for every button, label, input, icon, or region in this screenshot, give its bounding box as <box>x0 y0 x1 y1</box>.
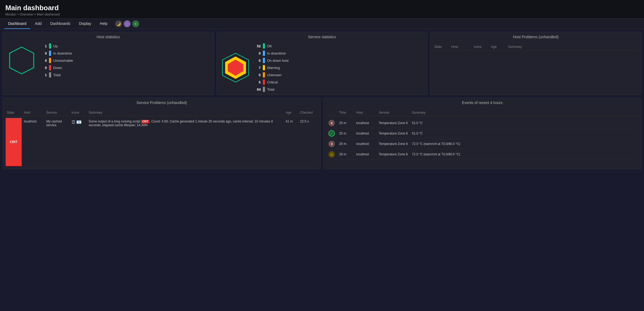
service-problems-panel: Service Problems (unhandled) State Host … <box>3 98 321 169</box>
sp-host: localhost <box>23 118 44 125</box>
crit-inline-badge: CRIT <box>141 120 149 123</box>
unknown-dot <box>263 72 265 78</box>
event-row-2: ✓ 25 m localhost Temperature Zone 8 51.0… <box>326 128 638 139</box>
ev-summary-3: 72.0 °C (warn/crit at 70.0/80.0 °C) <box>411 140 638 147</box>
service-stats-title: Service statistics <box>219 35 425 41</box>
svc-stat-warning: 7 Warning <box>257 65 289 70</box>
svc-stat-ok: 52 OK <box>257 43 289 49</box>
event-row-1: 🔇 25 m localhost Temperature Zone 8 51.0… <box>326 118 638 128</box>
ev-host-3: localhost <box>355 140 377 147</box>
sp-col-icons: Icons <box>70 110 86 115</box>
host-problems-title: Host Problems (unhandled) <box>433 35 638 41</box>
ev-col-host: Host <box>355 110 377 115</box>
ev-col-service: Service <box>378 110 410 115</box>
header: Main dashboard Monitor > Overview > Main… <box>0 0 644 19</box>
ev-time-3: 26 m <box>338 140 354 147</box>
service-problems-title: Service Problems (unhandled) <box>6 101 318 106</box>
ok-dot <box>263 43 265 49</box>
host-stats-list: 1 Up 0 In downtime 0 Unreachable <box>43 43 73 78</box>
event-row-3: 🔇 26 m localhost Temperature Zone 8 72.0… <box>326 139 638 149</box>
total-dot <box>49 72 51 78</box>
nav-display[interactable]: Display <box>75 19 95 29</box>
ev-service-3: Temperature Zone 8 <box>378 140 410 147</box>
nav-icon-group: 🌙 ⬡ ≡ <box>115 20 139 27</box>
sp-service: My cached service <box>45 118 69 129</box>
service-stats-list: 52 OK 0 In downtime 0 On down host <box>257 43 289 92</box>
host-stat-unreachable: 0 Unreachable <box>43 58 73 63</box>
downtime-dot <box>49 51 51 56</box>
sp-col-state: State <box>6 110 22 115</box>
unreachable-dot <box>49 58 51 63</box>
speaker-icon-1: 🔇 <box>328 120 335 126</box>
service-statistics-panel: Service statistics 52 <box>217 32 428 95</box>
nav-help[interactable]: Help <box>96 19 111 29</box>
ev-host-1: localhost <box>355 120 377 126</box>
puzzle-icon[interactable]: ⬡ <box>124 20 131 27</box>
event-row-4: ⚠ 26 m localhost Temperature Zone 8 72.0… <box>326 149 638 160</box>
host-hex-container <box>6 44 38 76</box>
warning-icon-4: ⚠ <box>328 151 335 158</box>
sp-col-age: Age <box>285 110 298 115</box>
check-icon-2: ✓ <box>328 130 335 137</box>
svg-marker-0 <box>10 47 34 74</box>
col-state: State <box>433 44 449 49</box>
bottom-row: Service Problems (unhandled) State Host … <box>3 98 641 169</box>
sp-col-host: Host <box>23 110 44 115</box>
events-panel: Events of recent 4 hours Time Host Servi… <box>323 98 641 169</box>
ev-summary-2: 51.0 °C <box>411 130 638 137</box>
host-problems-header: State Host Icons Age Summary <box>433 43 638 51</box>
nav-dashboard[interactable]: Dashboard <box>4 19 30 29</box>
ev-col-icon <box>326 110 337 115</box>
moon-icon[interactable]: 🌙 <box>115 20 122 27</box>
nav-add[interactable]: Add <box>31 19 46 29</box>
col-icons: Icons <box>473 44 489 49</box>
state-crit: CRIT <box>6 118 22 166</box>
ev-host-4: localhost <box>355 151 377 158</box>
ev-service-4: Temperature Zone 8 <box>378 151 410 158</box>
sp-age: 41 m <box>285 118 298 125</box>
music-icon[interactable]: ≡ <box>132 20 139 27</box>
ev-service-1: Temperature Zone 8 <box>378 120 410 126</box>
top-row: Host statistics 1 Up 0 I <box>3 32 641 95</box>
svc-stat-downtime: 0 In downtime <box>257 51 289 56</box>
svc-stat-ondownhost: 0 On down host <box>257 58 289 63</box>
sp-col-checked: Checked <box>299 110 318 115</box>
ev-time-2: 25 m <box>338 130 354 137</box>
host-stat-downtime: 0 In downtime <box>43 51 73 56</box>
down-dot <box>49 65 51 70</box>
col-summary: Summary <box>507 44 638 49</box>
sp-col-summary: Summary <box>88 110 283 115</box>
service-problems-header: State Host Service Icons Summary Age Che… <box>6 109 318 116</box>
service-problem-row: CRIT localhost My cached service ☰ 📧 Som… <box>6 118 318 166</box>
service-hex-container <box>219 52 252 84</box>
svc-stat-total: 64 Total <box>257 87 289 92</box>
nav-dashboards[interactable]: Dashboards <box>46 19 74 29</box>
ev-service-2: Temperature Zone 8 <box>378 130 410 137</box>
col-host: Host <box>450 44 472 49</box>
service-stats-content: 52 OK 0 In downtime 0 On down host <box>219 43 425 92</box>
speaker-icon-3: 🔇 <box>328 141 335 147</box>
nav-bar: Dashboard Add Dashboards Display Help 🌙 … <box>0 19 644 29</box>
service-hexagon <box>221 52 250 84</box>
warning-dot <box>263 65 265 70</box>
ev-col-summary: Summary <box>411 110 638 115</box>
up-dot <box>49 43 51 49</box>
ev-time-1: 25 m <box>338 120 354 126</box>
events-header: Time Host Service Summary <box>326 109 638 116</box>
sp-icons: ☰ 📧 <box>70 118 86 126</box>
svc-downtime-dot <box>263 51 265 56</box>
svc-stat-unknown: 0 Unknown <box>257 72 289 78</box>
host-stats-content: 1 Up 0 In downtime 0 Unreachable <box>6 43 211 78</box>
host-statistics-panel: Host statistics 1 Up 0 I <box>3 32 214 95</box>
ev-col-time: Time <box>338 110 354 115</box>
breadcrumb: Monitor > Overview > Main dashboard <box>5 13 639 16</box>
ev-time-4: 26 m <box>338 151 354 158</box>
ev-host-2: localhost <box>355 130 377 137</box>
ev-summary-1: 51.0 °C <box>411 120 638 126</box>
sp-checked: 22.5 s <box>299 118 318 125</box>
ev-summary-4: 72.0 °C (warn/crit at 70.0/80.0 °C) <box>411 151 638 158</box>
host-stats-title: Host statistics <box>6 35 211 41</box>
sp-col-service: Service <box>45 110 69 115</box>
events-title: Events of recent 4 hours <box>326 101 638 106</box>
host-stat-up: 1 Up <box>43 43 73 49</box>
